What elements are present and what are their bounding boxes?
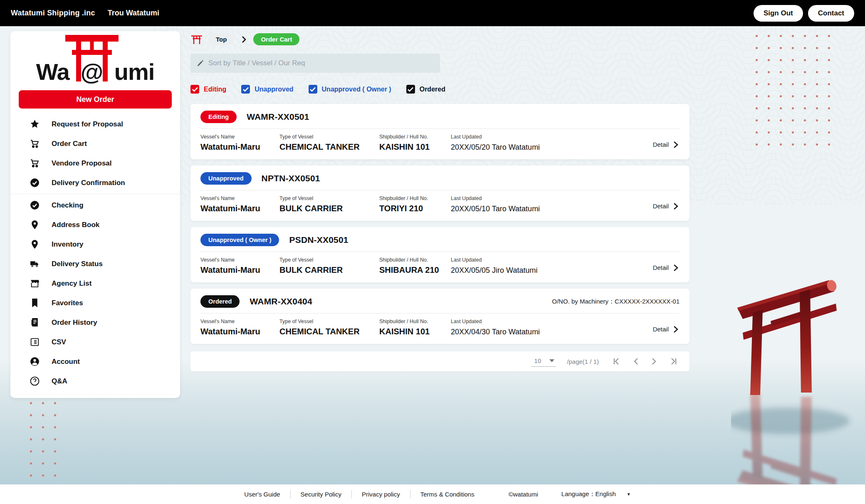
next-page-button[interactable] bbox=[651, 358, 657, 365]
footer-link-security-policy[interactable]: Security Policy bbox=[290, 490, 351, 499]
sidebar-item-order-history[interactable]: Order History bbox=[10, 313, 180, 332]
contact-button[interactable]: Contact bbox=[808, 5, 854, 22]
watatumi-logo: Wa @ umi bbox=[10, 37, 180, 88]
ordered-checkbox[interactable] bbox=[406, 85, 415, 94]
brand-title: Watatumi Shipping .inc bbox=[11, 9, 95, 17]
pagination-bar: 10 /page(1 / 1) bbox=[190, 351, 690, 371]
vessel-type-field: Type of VesselBULK CARRIER bbox=[279, 257, 369, 275]
sidebar-item-inventory[interactable]: Inventory bbox=[10, 235, 180, 254]
filter-editing[interactable]: Editing bbox=[190, 85, 226, 94]
logo-text-at: @ bbox=[81, 58, 103, 85]
sidebar-item-delivery-confirmation[interactable]: Delivery Confirmation bbox=[10, 173, 180, 193]
order-list: Editing WAMR-XX0501 Vessel's NameWatatum… bbox=[190, 104, 690, 344]
check-circle-icon bbox=[30, 178, 40, 188]
bookmark-icon bbox=[30, 298, 40, 308]
storefront-icon bbox=[30, 278, 40, 289]
order-title: WAMR-XX0404 bbox=[250, 296, 312, 306]
sidebar-item-favorites[interactable]: Favorites bbox=[10, 293, 180, 313]
pencil-icon bbox=[197, 60, 204, 67]
editing-checkbox[interactable] bbox=[190, 85, 199, 94]
new-order-button[interactable]: New Order bbox=[19, 90, 172, 109]
star-icon bbox=[30, 119, 40, 129]
sidebar-item-checking[interactable]: Checking bbox=[10, 195, 180, 215]
chevron-right-icon bbox=[672, 264, 680, 272]
chevron-right-icon bbox=[672, 202, 680, 210]
top-user-name[interactable]: Trou Watatumi bbox=[108, 9, 159, 17]
status-filters: Editing Unapproved Unapproved ( Owner ) … bbox=[190, 85, 690, 94]
check-circle-icon bbox=[30, 200, 40, 210]
sidebar-item-agency-list[interactable]: Agency List bbox=[10, 274, 180, 293]
shipbuilder-field: Shipbuilder / Hull No.TORIYI 210 bbox=[379, 195, 441, 213]
language-select[interactable]: Language：English ▼ bbox=[561, 490, 631, 498]
cart-icon bbox=[30, 138, 40, 149]
sidebar-item-qa[interactable]: Q&A bbox=[10, 371, 180, 391]
sidebar: Wa @ umi New Order Request for Proposal bbox=[10, 31, 180, 398]
order-card: Editing WAMR-XX0501 Vessel's NameWatatum… bbox=[190, 104, 690, 159]
per-page-select[interactable]: 10 bbox=[531, 356, 556, 367]
sidebar-item-csv[interactable]: CSV bbox=[10, 332, 180, 352]
torii-gate-image bbox=[731, 274, 856, 499]
last-updated-field: Last Updated20XX/04/30 Taro Watatumi bbox=[451, 319, 540, 336]
page-indicator: /page(1 / 1) bbox=[567, 358, 599, 365]
last-page-button[interactable] bbox=[670, 358, 678, 365]
last-updated-field: Last Updated20XX/05/05 Jiro Watatumi bbox=[451, 257, 537, 275]
detail-link[interactable]: Detail bbox=[653, 260, 680, 272]
map-pin-icon bbox=[30, 239, 40, 250]
detail-link[interactable]: Detail bbox=[653, 322, 680, 334]
vessel-type-field: Type of VesselBULK CARRIER bbox=[279, 195, 369, 213]
filter-unapproved[interactable]: Unapproved bbox=[241, 85, 293, 94]
detail-link[interactable]: Detail bbox=[653, 199, 680, 210]
order-card: Ordered WAMR-XX0404 O/NO. by Machinery：C… bbox=[190, 289, 690, 344]
chevron-down-icon bbox=[549, 359, 554, 362]
first-page-button[interactable] bbox=[612, 358, 620, 365]
status-badge: Unapproved ( Owner ) bbox=[200, 234, 279, 246]
filter-unapproved-owner[interactable]: Unapproved ( Owner ) bbox=[309, 85, 391, 94]
chevron-down-icon: ▼ bbox=[627, 492, 631, 497]
vessel-name-field: Vessel's NameWatatumi-Maru bbox=[200, 195, 269, 213]
main-content: Top Order Cart Editing Unapproved bbox=[190, 26, 690, 371]
sidebar-menu: Request for Proposal Order Cart Vendore … bbox=[10, 114, 180, 391]
vessel-name-field: Vessel's NameWatatumi-Maru bbox=[200, 319, 269, 336]
map-pin-icon bbox=[30, 220, 40, 230]
vessel-name-field: Vessel's NameWatatumi-Maru bbox=[200, 257, 269, 275]
truck-icon bbox=[30, 259, 40, 269]
chevron-right-icon bbox=[672, 325, 680, 334]
breadcrumb-order-cart[interactable]: Order Cart bbox=[253, 33, 299, 45]
sidebar-item-order-cart[interactable]: Order Cart bbox=[10, 134, 180, 153]
unapproved-checkbox[interactable] bbox=[241, 85, 250, 94]
sidebar-item-request-for-proposal[interactable]: Request for Proposal bbox=[10, 114, 180, 134]
breadcrumb: Top Order Cart bbox=[190, 33, 690, 45]
help-icon bbox=[30, 376, 40, 386]
shipbuilder-field: Shipbuilder / Hull No.SHIBAURA 210 bbox=[379, 257, 441, 275]
order-card: Unapproved ( Owner ) PSDN-XX0501 Vessel'… bbox=[190, 227, 690, 282]
order-title: NPTN-XX0501 bbox=[262, 173, 320, 183]
chevron-right-icon bbox=[672, 141, 680, 149]
vessel-type-field: Type of VesselCHEMICAL TANKER bbox=[279, 319, 369, 336]
status-badge: Unapproved bbox=[200, 172, 252, 185]
order-number: O/NO. by Machinery：CXXXXX-2XXXXXX-01 bbox=[552, 298, 680, 306]
previous-page-button[interactable] bbox=[633, 358, 639, 365]
page-stage: Wa @ umi New Order Request for Proposal bbox=[0, 26, 865, 504]
sign-out-button[interactable]: Sign Out bbox=[754, 5, 803, 22]
breadcrumb-top[interactable]: Top bbox=[208, 33, 234, 45]
detail-link[interactable]: Detail bbox=[653, 137, 680, 149]
sidebar-item-address-book[interactable]: Address Book bbox=[10, 215, 180, 235]
cart-icon bbox=[30, 158, 40, 168]
search-box bbox=[190, 54, 440, 73]
order-title: PSDN-XX0501 bbox=[289, 235, 348, 245]
dot-pattern-bottom-left bbox=[25, 397, 65, 482]
sidebar-item-delivery-status[interactable]: Delivery Status bbox=[10, 254, 180, 274]
top-bar: Watatumi Shipping .inc Trou Watatumi Sig… bbox=[0, 0, 865, 26]
filter-ordered[interactable]: Ordered bbox=[406, 85, 445, 94]
search-input[interactable] bbox=[208, 59, 433, 67]
last-updated-field: Last Updated20XX/05/20 Taro Watatumi bbox=[451, 134, 540, 152]
footer-link-users-guide[interactable]: User's Guide bbox=[234, 490, 290, 499]
footer: User's Guide Security Policy Privacy pol… bbox=[0, 484, 865, 504]
sidebar-item-vendore-proposal[interactable]: Vendore Proposal bbox=[10, 153, 180, 173]
sidebar-item-account[interactable]: Account bbox=[10, 352, 180, 371]
footer-link-privacy-policy[interactable]: Privacy policy bbox=[351, 490, 410, 499]
copyright: ©watatumi bbox=[509, 491, 538, 498]
unapproved-owner-checkbox[interactable] bbox=[309, 85, 317, 94]
order-title: WAMR-XX0501 bbox=[247, 112, 309, 122]
footer-link-terms[interactable]: Terms & Conditions bbox=[410, 490, 484, 499]
